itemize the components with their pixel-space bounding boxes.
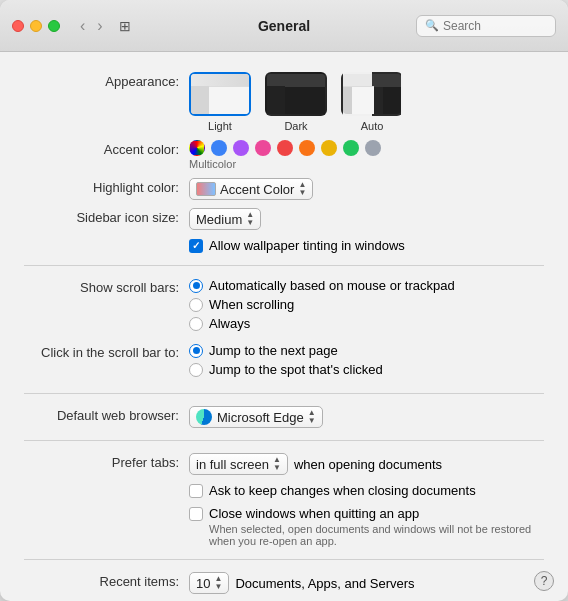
divider-2	[24, 393, 544, 394]
click-scroll-bar-content: Jump to the next page Jump to the spot t…	[189, 343, 544, 381]
svg-rect-2	[191, 87, 209, 116]
search-icon: 🔍	[425, 19, 439, 32]
accent-multicolor[interactable]	[189, 140, 205, 156]
accent-pink[interactable]	[255, 140, 271, 156]
svg-point-11	[272, 77, 278, 83]
search-input[interactable]	[443, 19, 547, 33]
scroll-scrolling-radio[interactable]	[189, 298, 203, 312]
divider-3	[24, 440, 544, 441]
recent-items-content: 10 ▲ ▼ Documents, Apps, and Servers	[189, 572, 544, 594]
close-windows-sublabel: When selected, open documents and window…	[209, 523, 544, 547]
appearance-auto[interactable]: Auto	[341, 72, 403, 132]
default-browser-row: Default web browser: Microsoft Edge ▲ ▼	[0, 406, 568, 428]
accent-blue[interactable]	[211, 140, 227, 156]
light-thumb[interactable]	[189, 72, 251, 116]
scroll-auto-label: Automatically based on mouse or trackpad	[209, 278, 455, 293]
accent-yellow[interactable]	[321, 140, 337, 156]
wallpaper-tinting-content: ✓ Allow wallpaper tinting in windows	[189, 238, 544, 253]
minimize-button[interactable]	[30, 20, 42, 32]
close-button[interactable]	[12, 20, 24, 32]
click-jump-next-radio[interactable]	[189, 344, 203, 358]
scroll-auto-radio[interactable]	[189, 279, 203, 293]
accent-color-row: Accent color: Multicolor	[0, 140, 568, 170]
dark-thumb[interactable]	[265, 72, 327, 116]
ask-keep-changes-row: Ask to keep changes when closing documen…	[0, 483, 568, 498]
sidebar-icon-size-row: Sidebar icon size: Medium ▲ ▼	[0, 208, 568, 230]
click-jump-next-row: Jump to the next page	[189, 343, 544, 358]
appearance-light[interactable]: Light	[189, 72, 251, 132]
appearance-row: Appearance:	[0, 72, 568, 132]
divider-1	[24, 265, 544, 266]
prefer-tabs-value: in full screen	[196, 457, 269, 472]
show-scroll-bars-content: Automatically based on mouse or trackpad…	[189, 278, 544, 335]
accent-orange[interactable]	[299, 140, 315, 156]
edge-icon	[196, 409, 212, 425]
svg-point-23	[366, 77, 372, 83]
scroll-scrolling-label: When scrolling	[209, 297, 294, 312]
recent-items-select[interactable]: 10 ▲ ▼	[189, 572, 229, 594]
accent-green[interactable]	[343, 140, 359, 156]
svg-point-12	[281, 77, 287, 83]
svg-rect-10	[285, 87, 327, 116]
highlight-color-label: Highlight color:	[24, 178, 179, 195]
click-jump-spot-radio[interactable]	[189, 363, 203, 377]
light-label: Light	[208, 120, 232, 132]
default-browser-content: Microsoft Edge ▲ ▼	[189, 406, 544, 428]
svg-rect-16	[343, 74, 403, 87]
accent-graphite[interactable]	[365, 140, 381, 156]
close-windows-label: Close windows when quitting an app	[209, 506, 419, 521]
show-scroll-bars-row: Show scroll bars: Automatically based on…	[0, 278, 568, 335]
appearance-dark[interactable]: Dark	[265, 72, 327, 132]
accent-color-content: Multicolor	[189, 140, 544, 170]
search-box[interactable]: 🔍	[416, 15, 556, 37]
scroll-always-label: Always	[209, 316, 250, 331]
default-browser-label: Default web browser:	[24, 406, 179, 423]
svg-rect-3	[209, 87, 251, 116]
auto-thumb[interactable]	[341, 72, 403, 116]
wallpaper-tinting-row: ✓ Allow wallpaper tinting in windows	[0, 238, 568, 253]
zoom-button[interactable]	[48, 20, 60, 32]
prefer-tabs-select[interactable]: in full screen ▲ ▼	[189, 453, 288, 475]
svg-rect-18	[352, 87, 374, 116]
sidebar-icon-size-select[interactable]: Medium ▲ ▼	[189, 208, 261, 230]
recent-items-value: 10	[196, 576, 210, 591]
click-scroll-bar-label: Click in the scroll bar to:	[24, 343, 179, 360]
accent-purple[interactable]	[233, 140, 249, 156]
svg-rect-19	[374, 87, 383, 116]
scroll-always-row: Always	[189, 316, 544, 331]
close-windows-checkbox[interactable]	[189, 507, 203, 521]
scroll-always-radio[interactable]	[189, 317, 203, 331]
appearance-content: Light	[189, 72, 544, 132]
recent-items-suffix: Documents, Apps, and Servers	[235, 576, 414, 591]
prefer-tabs-label: Prefer tabs:	[24, 453, 179, 470]
dark-label: Dark	[284, 120, 307, 132]
default-browser-select[interactable]: Microsoft Edge ▲ ▼	[189, 406, 323, 428]
back-button[interactable]: ‹	[76, 16, 89, 36]
prefer-tabs-content: in full screen ▲ ▼ when opening document…	[189, 453, 544, 475]
svg-rect-1	[191, 74, 251, 87]
highlight-color-value: Accent Color	[220, 182, 294, 197]
window-title: General	[258, 18, 310, 34]
forward-button[interactable]: ›	[93, 16, 106, 36]
auto-label: Auto	[361, 120, 384, 132]
svg-point-21	[348, 77, 354, 83]
help-button[interactable]: ?	[534, 571, 554, 591]
svg-point-22	[357, 77, 363, 83]
sidebar-icon-size-value: Medium	[196, 212, 242, 227]
click-jump-spot-label: Jump to the spot that's clicked	[209, 362, 383, 377]
scroll-auto-row: Automatically based on mouse or trackpad	[189, 278, 544, 293]
close-windows-content: Close windows when quitting an app When …	[189, 506, 544, 547]
accent-red[interactable]	[277, 140, 293, 156]
highlight-color-content: Accent Color ▲ ▼	[189, 178, 544, 200]
highlight-color-select[interactable]: Accent Color ▲ ▼	[189, 178, 313, 200]
ask-keep-changes-checkbox[interactable]	[189, 484, 203, 498]
sidebar-icon-size-label: Sidebar icon size:	[24, 208, 179, 225]
svg-point-6	[214, 77, 220, 83]
content: Appearance:	[0, 52, 568, 601]
highlight-swatch	[196, 182, 216, 196]
wallpaper-tinting-checkbox[interactable]: ✓	[189, 239, 203, 253]
grid-icon: ⊞	[119, 18, 131, 34]
recent-items-label: Recent items:	[24, 572, 179, 589]
nav-buttons: ‹ ›	[76, 16, 107, 36]
accent-color-label: Accent color:	[24, 140, 179, 157]
